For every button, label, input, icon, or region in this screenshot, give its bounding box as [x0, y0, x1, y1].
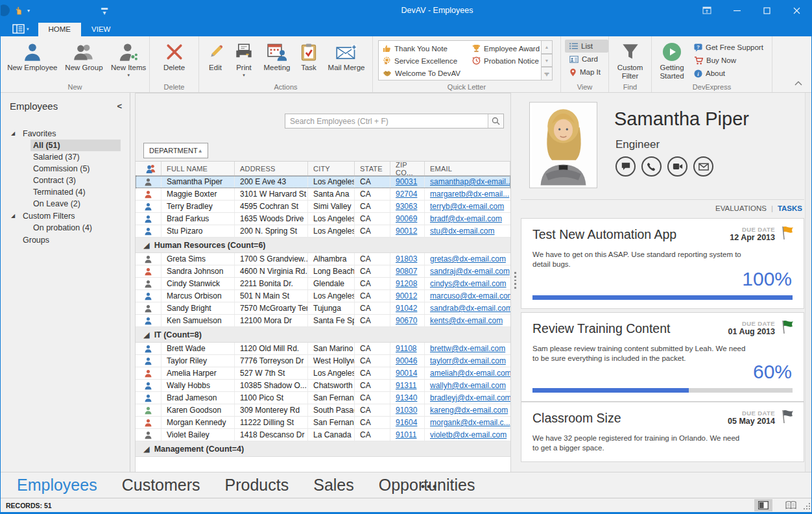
zip-link[interactable]: 91604 — [396, 418, 417, 427]
fullscreen-toggle-button[interactable] — [692, 0, 722, 21]
touch-mode-dropdown-icon[interactable]: ▾ — [27, 8, 30, 14]
table-row[interactable]: Marcus Orbison 501 N Main St Los Angeles… — [136, 290, 510, 302]
message-button[interactable] — [615, 156, 636, 177]
print-button[interactable]: Print ▾ — [229, 38, 259, 81]
zip-link[interactable]: 91311 — [396, 381, 416, 390]
column-header-city[interactable]: CITY — [308, 162, 355, 175]
resize-grip[interactable] — [804, 503, 810, 509]
column-header-zip[interactable]: ZIP CO... — [390, 162, 425, 175]
sidebar-item[interactable]: ◢ On probation (4) — [1, 222, 130, 234]
splitter-grip[interactable] — [514, 272, 516, 289]
sidebar-collapse-icon[interactable]: < — [117, 101, 122, 111]
quick-letter-employee-award[interactable]: Employee Award — [472, 42, 545, 55]
column-header-full-name[interactable]: FULL NAME — [161, 162, 235, 175]
email-link[interactable]: kareng@dx-email.com — [430, 406, 508, 415]
quick-letter-probation-notice[interactable]: Probation Notice — [472, 55, 545, 67]
tree-expand-icon[interactable]: ◢ — [11, 130, 20, 136]
email-button[interactable] — [693, 156, 713, 177]
task-card[interactable]: Classroom Size DUE DATE 05 May 2014 We h… — [521, 402, 804, 462]
zip-link[interactable]: 91108 — [396, 344, 416, 353]
zip-link[interactable]: 91030 — [396, 406, 417, 415]
email-link[interactable]: sandrab@dx-email.com — [430, 304, 510, 313]
quick-letter-welcome[interactable]: Welcome To DevAV — [383, 67, 472, 79]
zip-link[interactable]: 90670 — [396, 316, 417, 325]
zip-link[interactable]: 90012 — [396, 226, 417, 236]
gallery-scroll-up-button[interactable]: ▲ — [542, 40, 553, 54]
group-expand-icon[interactable]: ◢ — [143, 330, 150, 339]
table-row[interactable]: Terry Bradley 4595 Cochran St Simi Valle… — [136, 201, 510, 213]
zip-link[interactable]: 90046 — [396, 356, 417, 365]
table-row[interactable]: Karen Goodson 309 Monterey Rd South Pasa… — [136, 404, 510, 417]
search-input[interactable] — [285, 114, 488, 128]
email-link[interactable]: bradf@dx-email.com — [430, 214, 502, 223]
getting-started-button[interactable]: Getting Started — [654, 38, 689, 81]
close-button[interactable] — [782, 0, 811, 21]
zip-link[interactable]: 91208 — [396, 279, 417, 288]
custom-filter-button[interactable]: Custom Filter — [611, 38, 650, 81]
table-row[interactable]: Violet Bailey 1418 Descanso Dr La Canada… — [136, 429, 510, 441]
new-employee-button[interactable]: New Employee — [5, 38, 60, 81]
zip-link[interactable]: 90069 — [396, 214, 417, 223]
reading-pane-view-button[interactable] — [754, 499, 772, 511]
maximize-button[interactable] — [752, 0, 782, 21]
meeting-button[interactable]: Meeting — [259, 38, 295, 81]
email-link[interactable]: sandraj@dx-email.com — [430, 267, 510, 276]
column-header-email[interactable]: EMAIL — [425, 162, 510, 175]
card-view-button[interactable] — [782, 499, 800, 511]
email-link[interactable]: terryb@dx-email.com — [430, 202, 504, 211]
table-row[interactable]: Wally Hobbs 10385 Shadow O... Chatsworth… — [136, 380, 510, 392]
gallery-expand-button[interactable]: ▬▼ — [542, 67, 553, 80]
search-button[interactable] — [488, 114, 503, 128]
sidebar-item[interactable]: ◢ On Leave (2) — [1, 198, 130, 210]
panel-splitter[interactable] — [511, 93, 519, 472]
flag-icon[interactable] — [782, 410, 794, 426]
application-menu-button[interactable]: ▾ — [12, 24, 29, 34]
buy-now-button[interactable]: Buy Now — [689, 54, 768, 67]
sidebar-item[interactable]: ◢ Favorites — [1, 127, 130, 140]
edit-button[interactable]: Edit — [202, 38, 229, 81]
task-card[interactable]: Test New Automation App DUE DATE 12 Apr … — [521, 218, 804, 309]
view-map-it-button[interactable]: Map It — [565, 66, 608, 79]
table-row[interactable]: Brad Farkus 1635 Woods Drive Los Angeles… — [136, 213, 510, 225]
email-link[interactable]: margaretb@dx-email... — [430, 190, 509, 199]
gallery-scroll-down-button[interactable]: ▼ — [542, 54, 553, 67]
email-link[interactable]: samanthap@dx-email... — [430, 177, 510, 186]
sidebar-item[interactable]: ◢ Groups — [1, 234, 130, 246]
sidebar-item[interactable]: ◢ Salaried (37) — [1, 151, 130, 163]
module-tab[interactable]: Products — [225, 476, 289, 495]
table-row[interactable]: Ken Samuelson 12100 Mora Dr Santa Fe Spr… — [136, 315, 510, 327]
tab-tasks[interactable]: TASKS — [778, 204, 802, 212]
get-free-support-button[interactable]: ? Get Free Support — [689, 41, 768, 54]
group-by-department-button[interactable]: DEPARTMENT ▲ — [143, 143, 208, 158]
video-call-button[interactable] — [667, 156, 687, 177]
zip-link[interactable]: 91803 — [396, 254, 417, 263]
email-link[interactable]: bradleyj@dx-email.com — [430, 393, 510, 402]
delete-button[interactable]: Delete — [154, 38, 195, 81]
email-link[interactable]: brettw@dx-email.com — [430, 344, 505, 353]
group-row-human-resources[interactable]: ◢ Human Resources (Count=6) — [136, 238, 510, 253]
sidebar-item[interactable]: ◢ Contract (3) — [1, 175, 130, 186]
email-link[interactable]: stu@dx-email.com — [430, 226, 495, 236]
table-row[interactable]: Amelia Harper 527 W 7th St Los Angeles C… — [136, 367, 510, 380]
detail-scrollbar[interactable] — [805, 93, 812, 472]
email-link[interactable]: morgank@dx-email.c... — [430, 418, 510, 427]
group-expand-icon[interactable]: ◢ — [143, 240, 150, 250]
module-tab[interactable]: Employees — [17, 476, 97, 495]
module-tab[interactable]: Customers — [122, 476, 200, 495]
group-row-it[interactable]: ◢ IT (Count=8) — [136, 327, 510, 343]
tab-evaluations[interactable]: EVALUATIONS — [715, 204, 767, 212]
column-header-icon[interactable] — [136, 162, 161, 175]
zip-link[interactable]: 92704 — [396, 190, 417, 199]
module-tabs-overflow[interactable]: ••• — [421, 480, 438, 493]
email-link[interactable]: ameliah@dx-email.com — [430, 369, 510, 378]
touch-mode-icon[interactable] — [14, 6, 23, 16]
table-row[interactable]: Morgan Kennedy 11222 Dilling St San Fern… — [136, 417, 510, 429]
table-row[interactable]: Sandra Johnson 4600 N Virginia Rd. Long … — [136, 265, 510, 278]
table-row[interactable]: Cindy Stanwick 2211 Bonita Dr. Glendale … — [136, 278, 510, 290]
tab-home[interactable]: HOME — [38, 23, 82, 36]
group-row-management[interactable]: ◢ Management (Count=4) — [136, 441, 510, 457]
zip-link[interactable]: 90807 — [396, 267, 417, 276]
sidebar-item[interactable]: ◢ Commission (5) — [1, 163, 130, 175]
table-row[interactable]: Maggie Boxter 3101 W Harvard St Santa An… — [136, 188, 510, 201]
module-tab[interactable]: Sales — [313, 476, 354, 495]
